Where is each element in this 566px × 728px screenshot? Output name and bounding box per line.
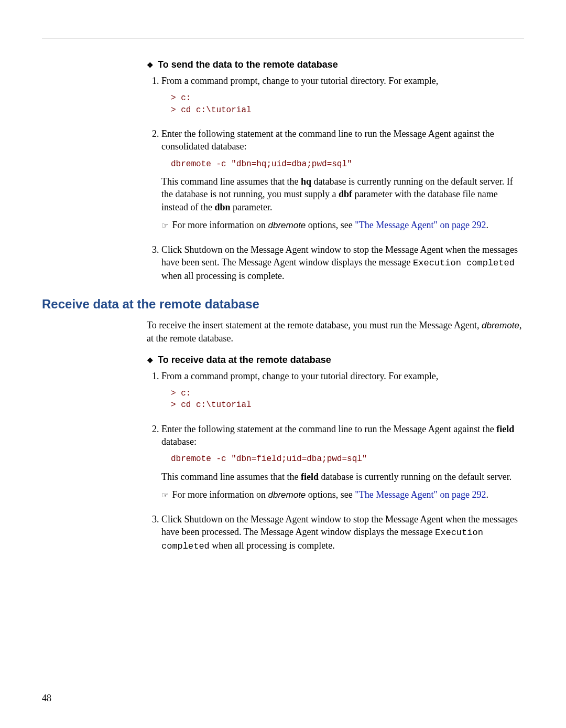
diamond-icon: ❖ [147,356,154,365]
h2-receive: Receive data at the remote database [42,297,524,312]
page-number: 48 [42,693,51,704]
top-rule [42,38,524,38]
pointer-icon: ☞ [161,491,172,499]
s2-step2-p1: This command line assumes that the field… [161,470,524,483]
s1-step1-text: From a command prompt, change to your tu… [161,76,438,86]
section1-title: ❖To send the data to the remote database [147,59,524,70]
link-message-agent-2[interactable]: "The Message Agent" on page 292 [355,489,486,500]
s1-step2: Enter the following statement at the com… [161,127,524,232]
s1-step3: Click Shutdown on the Message Agent wind… [161,243,524,283]
steps-list-1: From a command prompt, change to your tu… [147,74,524,282]
s1-step2-code: dbremote -c "dbn=hq;uid=dba;pwd=sql" [171,158,524,170]
s2-step1-text: From a command prompt, change to your tu… [161,371,438,381]
s1-step1-code: > c: > cd c:\tutorial [171,92,524,116]
steps-list-2: From a command prompt, change to your tu… [147,370,524,553]
s2-step1-code: > c: > cd c:\tutorial [171,388,524,411]
s1-step1: From a command prompt, change to your tu… [161,74,524,116]
s1-step2-p2: ☞ For more information on dbremote optio… [161,219,524,232]
section1-title-text: To send the data to the remote database [158,59,338,70]
pointer-icon: ☞ [161,221,172,230]
s2-step1: From a command prompt, change to your tu… [161,370,524,411]
s2-step2-code: dbremote -c "dbn=field;uid=dba;pwd=sql" [171,453,524,465]
s2-step2-p2: ☞ For more information on dbremote optio… [161,488,524,501]
s2-step2: Enter the following statement at the com… [161,423,524,501]
link-message-agent-1[interactable]: "The Message Agent" on page 292 [355,220,486,230]
section2-title-text: To receive data at the remote database [158,355,331,365]
s1-step2-p1: This command line assumes that the hq da… [161,175,524,213]
diamond-icon: ❖ [147,61,154,69]
s1-step2-text: Enter the following statement at the com… [161,129,494,152]
section2-title: ❖To receive data at the remote database [147,355,524,366]
intro-para: To receive the insert statement at the r… [147,319,524,345]
s2-step3: Click Shutdown on the Message Agent wind… [161,513,524,553]
